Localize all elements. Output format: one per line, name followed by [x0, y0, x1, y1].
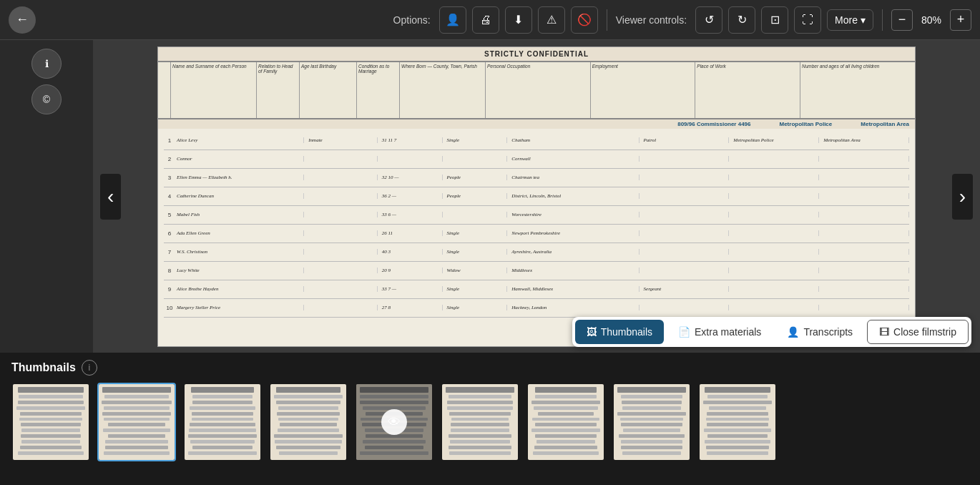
thumbnail-document [185, 384, 260, 460]
row-place [822, 249, 909, 255]
row-birthplace: Newport Pembrokeshire [510, 230, 639, 236]
row-place [822, 230, 909, 236]
extra-materials-tab[interactable]: 📄 Extra materials [667, 320, 773, 344]
rotate-left-icon: ↺ [705, 13, 714, 26]
row-birthplace: Chatham [510, 137, 639, 143]
row-relation: Inmate [307, 137, 377, 143]
list-item[interactable] [97, 383, 176, 461]
row-number: 9 [164, 286, 175, 293]
list-item[interactable] [698, 383, 777, 461]
row-name: Alice Levy [175, 137, 304, 143]
list-item[interactable] [526, 383, 605, 461]
thumbnail-document [13, 384, 89, 460]
left-panel: ℹ © [0, 40, 93, 353]
table-row: 9 Alice Brothe Hayden 33 7 — Single Hamw… [164, 280, 909, 299]
alert-button[interactable]: ⚠ [538, 6, 565, 34]
filmstrip-icon: 🎞 [879, 326, 889, 338]
thumbnail-document [528, 384, 604, 460]
list-item[interactable] [612, 383, 691, 461]
row-place [822, 156, 909, 162]
table-row: 6 Ada Ellen Green 26 11 Single Newport P… [164, 225, 909, 243]
row-place [822, 193, 909, 199]
row-marital: Single [446, 286, 508, 292]
thumbnail-document [700, 384, 775, 460]
document-rows: 1 Alice Levy Inmate 31 11 7 Single Chath… [158, 129, 915, 320]
back-button[interactable]: ← [9, 6, 36, 34]
print-icon: 🖨 [480, 14, 491, 26]
row-number: 5 [164, 212, 175, 218]
print-button[interactable]: 🖨 [472, 6, 499, 34]
flag-icon: 🚫 [577, 13, 592, 26]
rotate-right-button[interactable]: ↻ [728, 6, 755, 34]
row-age [381, 156, 443, 162]
row-marital: People [446, 175, 508, 180]
row-relation [307, 268, 377, 273]
more-button[interactable]: More ▾ [827, 9, 873, 31]
row-name: Ada Ellen Green [175, 230, 304, 236]
folio-number: 809/96 Commissioner 4496 [677, 121, 750, 127]
row-content: Lucy White 20 9 Widow Middlesex [175, 268, 909, 273]
census-document: STRICTLY CONFIDENTIAL Name and Surname o… [158, 47, 915, 346]
row-marital: People [446, 193, 508, 199]
close-filmstrip-label: Close filmstrip [893, 326, 956, 338]
list-item[interactable]: 👁 [355, 383, 433, 461]
download-button[interactable]: ⬇ [505, 6, 532, 34]
next-page-button[interactable]: › [952, 174, 973, 220]
row-relation [307, 156, 377, 162]
row-birthplace: Ayreshire, Australia [510, 249, 639, 255]
row-name: Catherine Duncan [175, 193, 304, 199]
row-content: Mabel Fish 33 6 — Worcestershire [175, 212, 909, 217]
row-relation [307, 230, 377, 236]
rotate-left-button[interactable]: ↺ [695, 6, 722, 34]
row-employer [732, 286, 819, 292]
list-item[interactable] [269, 383, 348, 461]
zoom-out-button[interactable]: − [891, 9, 913, 31]
close-filmstrip-button[interactable]: 🎞 Close filmstrip [867, 320, 969, 344]
row-birthplace: Hamwall, Middlesex [510, 286, 639, 292]
zoom-in-button[interactable]: + [950, 9, 971, 31]
row-birthplace: Cornwall [510, 156, 639, 162]
flag-button[interactable]: 🚫 [571, 6, 598, 34]
row-employer [732, 268, 819, 273]
copyright-panel-button[interactable]: © [31, 84, 62, 114]
row-relation [307, 175, 377, 180]
thumbnails-info-icon: i [88, 363, 90, 373]
download-icon: ⬇ [514, 13, 523, 26]
thumbnails-tab-icon: 🖼 [587, 326, 597, 338]
add-person-button[interactable]: 👤 [439, 6, 466, 34]
list-item[interactable] [11, 383, 90, 461]
row-occupation [642, 193, 730, 199]
fullscreen-button[interactable]: ⛶ [794, 6, 821, 34]
fit-button[interactable]: ⊡ [761, 6, 788, 34]
next-icon: › [959, 185, 966, 207]
info-panel-button[interactable]: ℹ [31, 49, 62, 79]
row-relation [307, 305, 377, 310]
prev-page-button[interactable]: ‹ [100, 174, 121, 220]
list-item[interactable] [441, 383, 519, 461]
row-age: 36 2 — [381, 193, 443, 199]
row-number: 6 [164, 230, 175, 237]
fit-icon: ⊡ [770, 13, 780, 26]
thumbnails-tab-label: Thumbnails [601, 326, 652, 338]
row-content: Connor Cornwall [175, 156, 909, 162]
row-content: Margery Steller Price 27 8 Single Hackne… [175, 305, 909, 310]
extra-materials-tab-icon: 📄 [678, 326, 690, 338]
row-place [822, 175, 909, 180]
transcripts-tab[interactable]: 👤 Transcripts [775, 320, 864, 344]
row-occupation [642, 268, 730, 273]
toolbar: ← Options: 👤 🖨 ⬇ ⚠ 🚫 Viewer controls: ↺ … [0, 0, 980, 40]
thumbnails-tab[interactable]: 🖼 Thumbnails [575, 320, 664, 344]
viewer-bottom-bar: 🖼 Thumbnails 📄 Extra materials 👤 Transcr… [93, 311, 980, 353]
row-content: W.S. Christison 40 3 Single Ayreshire, A… [175, 249, 909, 255]
thumbnails-row: 👁 [11, 383, 969, 461]
thumbnails-info-button[interactable]: i [82, 360, 97, 376]
row-occupation [642, 156, 730, 162]
more-label: More [835, 14, 858, 26]
row-age: 20 9 [381, 268, 443, 273]
row-place [822, 268, 909, 273]
list-item[interactable] [183, 383, 262, 461]
row-occupation: Patrol [642, 137, 730, 143]
thumbnail-document [270, 384, 346, 460]
row-place [822, 305, 909, 310]
row-birthplace: Hackney, London [510, 305, 639, 310]
